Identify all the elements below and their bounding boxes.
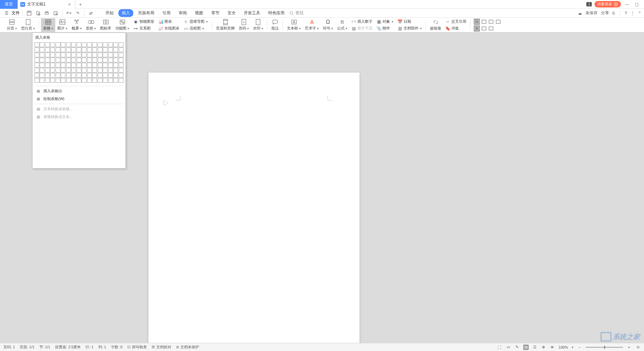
minimize-button[interactable]: —	[624, 1, 630, 8]
tab-section[interactable]: 章节	[208, 9, 223, 17]
table-grid-cell[interactable]	[98, 68, 102, 73]
table-grid-cell[interactable]	[108, 53, 113, 57]
table-grid-cell[interactable]	[119, 53, 123, 57]
table-grid-cell[interactable]	[77, 47, 81, 52]
table-grid-cell[interactable]	[87, 53, 92, 57]
zoom-value[interactable]: 100%	[559, 345, 568, 349]
table-grid-cell[interactable]	[87, 42, 92, 47]
print-preview-icon[interactable]	[34, 9, 42, 17]
help-icon[interactable]: ?	[625, 11, 627, 16]
function-diagram-button[interactable]: 功能图▾	[113, 18, 131, 32]
print-icon[interactable]	[43, 9, 51, 17]
tab-view[interactable]: 视图	[192, 9, 207, 17]
tab-devtools[interactable]: 开发工具	[240, 9, 264, 17]
table-grid-cell[interactable]	[87, 68, 92, 73]
table-grid-cell[interactable]	[82, 78, 86, 83]
table-grid-cell[interactable]	[77, 63, 81, 67]
table-grid-cell[interactable]	[82, 47, 86, 52]
undo-icon[interactable]: ↶▾	[65, 9, 73, 17]
tab-insert[interactable]: 插入	[118, 9, 133, 17]
table-grid-cell[interactable]	[119, 42, 123, 47]
table-grid-cell[interactable]	[50, 47, 55, 52]
comment-button[interactable]: 批注	[269, 18, 281, 32]
tab-review[interactable]: 审阅	[175, 9, 190, 17]
picture-button[interactable]: 图片▾	[55, 18, 70, 32]
preview-icon[interactable]	[52, 9, 59, 17]
more-icon[interactable]: ⋮	[630, 11, 635, 16]
draw-table-menu[interactable]: ▦ 绘制表格(W)	[33, 95, 125, 103]
tab-page-layout[interactable]: 页面布局	[135, 9, 158, 17]
zoom-out-icon[interactable]: −	[577, 345, 582, 350]
table-grid-cell[interactable]	[77, 42, 81, 47]
status-proofread[interactable]: ☒文档校对	[152, 345, 171, 350]
status-spellcheck[interactable]: ☑拼写检查	[127, 345, 147, 350]
cross-ref-button[interactable]: ↔交叉引用	[445, 19, 467, 25]
formula-button[interactable]: π 公式▾	[335, 18, 349, 32]
table-grid-cell[interactable]	[103, 63, 108, 67]
table-grid-cell[interactable]	[103, 53, 108, 57]
table-grid-cell[interactable]	[108, 42, 113, 47]
table-grid-cell[interactable]	[56, 78, 60, 83]
table-grid-cell[interactable]	[82, 42, 86, 47]
insert-number-button[interactable]: ㈠插入数字	[351, 19, 373, 25]
section-box-3-icon[interactable]	[488, 19, 494, 25]
table-grid-cell[interactable]	[66, 58, 71, 62]
relation-diagram-button[interactable]: ⊶关系图	[133, 25, 155, 32]
table-button[interactable]: 表格▾	[41, 18, 55, 32]
table-grid-cell[interactable]	[98, 73, 102, 78]
table-grid-cell[interactable]	[56, 47, 60, 52]
table-grid-cell[interactable]	[119, 78, 123, 83]
table-grid-cell[interactable]	[113, 68, 118, 73]
notification-badge[interactable]: 1	[586, 2, 592, 6]
table-grid-cell[interactable]	[71, 68, 76, 73]
smart-shape-button[interactable]: ◉智能图形	[133, 19, 155, 25]
table-grid-cell[interactable]	[45, 47, 50, 52]
page-number-button[interactable]: # 页码▾	[237, 18, 251, 32]
online-chart-button[interactable]: 📈在线图表	[158, 25, 180, 32]
table-grid-cell[interactable]	[35, 78, 39, 83]
table-grid-cell[interactable]	[56, 63, 60, 67]
table-grid-cell[interactable]	[108, 68, 113, 73]
table-grid-cell[interactable]	[98, 42, 102, 47]
table-grid-cell[interactable]	[92, 58, 97, 62]
cloud-sync-icon[interactable]: ☁	[578, 11, 582, 16]
table-grid-cell[interactable]	[50, 63, 55, 67]
table-grid-cell[interactable]	[45, 73, 50, 78]
icon-library-button[interactable]: 图标库	[98, 18, 113, 32]
table-grid-cell[interactable]	[66, 47, 71, 52]
table-grid-cell[interactable]	[61, 42, 65, 47]
table-grid-cell[interactable]	[103, 47, 108, 52]
file-menu[interactable]: 文件	[12, 10, 20, 16]
table-grid-cell[interactable]	[103, 78, 108, 83]
table-grid-cell[interactable]	[77, 58, 81, 62]
table-grid-cell[interactable]	[61, 63, 65, 67]
table-grid-cell[interactable]	[98, 63, 102, 67]
wordart-button[interactable]: A 艺术字▾	[303, 18, 321, 32]
page[interactable]: ▾	[149, 73, 359, 343]
table-grid-cell[interactable]	[103, 68, 108, 73]
table-grid-cell[interactable]	[82, 63, 86, 67]
table-grid-cell[interactable]	[87, 47, 92, 52]
table-grid-cell[interactable]	[35, 53, 39, 57]
table-grid-cell[interactable]	[61, 78, 65, 83]
table-grid-cell[interactable]	[108, 58, 113, 62]
table-grid-cell[interactable]	[35, 47, 39, 52]
table-grid-cell[interactable]	[66, 73, 71, 78]
table-grid-cell[interactable]	[119, 63, 123, 67]
table-grid-cell[interactable]	[56, 73, 60, 78]
flowchart-button[interactable]: ▭流程图▾	[183, 25, 209, 32]
table-grid-cell[interactable]	[82, 58, 86, 62]
table-grid-cell[interactable]	[45, 58, 50, 62]
page-action-icon[interactable]: ▾	[163, 100, 168, 105]
table-grid-cell[interactable]	[82, 68, 86, 73]
save-icon[interactable]	[25, 9, 33, 17]
table-grid-cell[interactable]	[92, 73, 97, 78]
table-grid-cell[interactable]	[71, 78, 76, 83]
table-grid-cell[interactable]	[113, 47, 118, 52]
table-grid-cell[interactable]	[50, 58, 55, 62]
status-section[interactable]: 节: 1/1	[39, 345, 50, 350]
bookmark-button[interactable]: 🔖书签	[445, 25, 467, 32]
chart-button[interactable]: 📊图表	[158, 19, 180, 25]
search-box[interactable]: 查找	[289, 10, 304, 16]
table-grid-cell[interactable]	[71, 58, 76, 62]
